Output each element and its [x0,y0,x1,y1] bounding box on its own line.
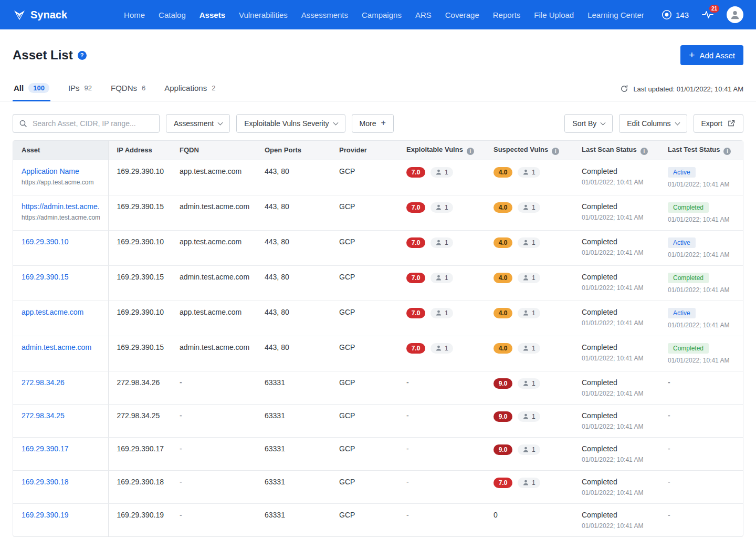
count-value: 1 [445,239,448,246]
open-ports-cell: 443, 80 [256,160,331,195]
scan-date: 01/01/2022; 10:41 AM [582,179,651,186]
severity-badge: 7.0 [406,237,425,248]
person-icon [435,169,442,175]
last-scan-status-cell: Completed01/01/2022; 10:41 AM [573,160,659,195]
top-navbar: Synack HomeCatalogAssetsVulnerabilitiesA… [0,0,756,29]
fqdn-cell: - [171,404,256,437]
scan-status-text: Completed [582,511,651,519]
researcher-count: 1 [430,202,453,213]
notifications-button[interactable]: 21 [701,9,714,20]
asset-link[interactable]: https://admin.test.acme.. [22,202,100,211]
info-icon[interactable]: i [640,148,648,155]
asset-link[interactable]: app.test.acme.com [22,308,100,316]
tab-all[interactable]: All100 [13,78,50,101]
severity-badge: 7.0 [406,343,425,354]
asset-link[interactable]: 169.29.390.15 [22,273,100,281]
count-value: 1 [445,169,448,176]
count-value: 1 [532,309,536,317]
scan-status-text: Completed [582,343,651,351]
asset-link[interactable]: 272.98.34.25 [22,411,100,420]
researcher-count: 1 [518,167,540,178]
assessment-dropdown[interactable]: Assessment [166,114,230,133]
person-icon [435,274,442,281]
tab-fqdns[interactable]: FQDNs6 [110,78,146,101]
synack-logo[interactable]: Synack [13,8,67,21]
info-icon[interactable]: i [552,148,559,155]
scan-date: 01/01/2022; 10:41 AM [582,249,651,256]
fqdn-cell: admin.test.acme.com [171,336,256,371]
export-button[interactable]: Export [694,114,743,133]
add-asset-button[interactable]: + Add Asset [680,45,743,65]
table-body: Application Namehttps://app.test.acme.co… [13,160,743,536]
column-label: Provider [339,146,367,154]
severity-badge: 7.0 [494,478,512,488]
severity-badge: 9.0 [494,444,512,455]
nav-item-learning-center[interactable]: Learning Center [587,11,644,19]
nav-item-catalog[interactable]: Catalog [159,11,186,19]
researcher-count: 1 [430,308,453,318]
nav-item-ars[interactable]: ARS [415,11,432,19]
export-icon [727,119,736,128]
column-label: Open Ports [265,146,301,154]
asset-link[interactable]: 272.98.34.26 [22,378,100,387]
researcher-count: 1 [518,273,540,283]
column-label: FQDN [180,146,199,154]
scan-date: 01/01/2022; 10:41 AM [582,355,651,362]
nav-item-coverage[interactable]: Coverage [445,11,479,19]
nav-item-campaigns[interactable]: Campaigns [362,11,402,19]
avatar[interactable] [727,6,743,23]
search-input[interactable] [13,114,160,133]
filter-bar: Assessment Exploitable Vulns Severity Mo… [0,101,756,140]
count-value: 1 [532,479,536,487]
info-icon[interactable]: i [723,148,731,155]
last-scan-status-cell: Completed01/01/2022; 10:41 AM [573,230,659,265]
chevron-down-icon [601,120,606,125]
edit-columns-dropdown[interactable]: Edit Columns [619,114,687,133]
person-icon [522,345,529,351]
page-header: Asset List ? + Add Asset [0,29,756,76]
asset-link[interactable]: 169.29.390.17 [22,444,100,453]
nav-item-assessments[interactable]: Assessments [301,11,348,19]
column-label: Asset [22,146,40,154]
more-filters-button[interactable]: More + [352,114,394,133]
asset-link[interactable]: 169.29.390.10 [22,237,100,246]
column-label: Suspected Vulns [494,146,548,153]
scan-date: 01/01/2022; 10:41 AM [582,522,651,530]
asset-cell: admin.test.acme.com [13,336,108,371]
last-test-status-cell: Completed01/01/2022; 10:41 AM [659,336,743,371]
sort-by-dropdown[interactable]: Sort By [564,114,613,133]
info-icon[interactable]: i [467,148,474,155]
nav-item-vulnerabilities[interactable]: Vulnerabilities [239,11,288,19]
refresh-icon[interactable] [620,85,628,93]
test-status-badge: Completed [668,343,709,354]
last-test-status-cell: Active01/01/2022; 10:41 AM [659,230,743,265]
asset-cell: app.test.acme.com [13,301,108,336]
severity-dropdown[interactable]: Exploitable Vulns Severity [236,114,345,133]
severity-badge: 4.0 [494,343,512,354]
provider-cell: GCP [331,230,398,265]
tab-ips[interactable]: IPs92 [67,78,93,101]
help-icon[interactable]: ? [78,51,87,60]
table-row: 169.29.390.18169.29.390.18-63331GCP-7.01… [13,470,743,503]
asset-link[interactable]: 169.29.390.18 [22,478,100,486]
column-label: Last Test Status [668,146,720,153]
last-test-status-cell: - [659,404,743,437]
asset-link[interactable]: admin.test.acme.com [22,343,100,351]
person-icon [522,380,529,387]
credits-indicator[interactable]: 143 [662,9,689,20]
fqdn-cell: app.test.acme.com [171,301,256,336]
nav-item-reports[interactable]: Reports [493,11,521,19]
nav-item-home[interactable]: Home [124,11,145,19]
tabs-row: All100IPs92FQDNs6Applications2 Last upda… [0,78,756,101]
nav-item-file-upload[interactable]: File Upload [534,11,574,19]
asset-link[interactable]: Application Name [22,167,100,175]
ip-address-cell: 169.29.390.17 [108,437,171,470]
last-scan-status-cell: Completed01/01/2022; 10:41 AM [573,195,659,230]
exploitable-vulns-cell: 7.01 [398,301,485,336]
last-scan-status-cell: Completed01/01/2022; 10:41 AM [573,404,659,437]
column-header-provider: Provider [331,141,398,160]
nav-item-assets[interactable]: Assets [200,11,225,19]
researcher-count: 1 [518,202,540,213]
tab-applications[interactable]: Applications2 [163,78,216,101]
asset-link[interactable]: 169.29.390.19 [22,511,100,519]
